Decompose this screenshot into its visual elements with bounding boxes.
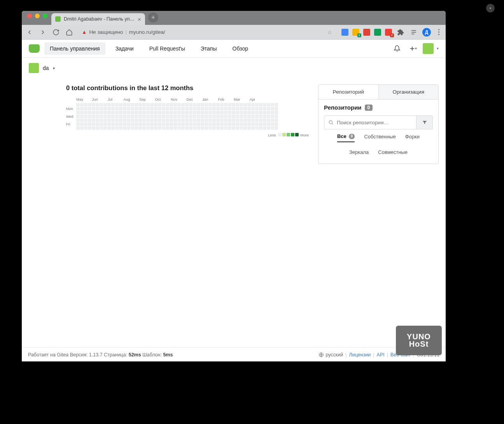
filter-forks[interactable]: Форки	[405, 133, 420, 142]
heatmap-cell	[259, 103, 262, 106]
heatmap-cell	[166, 107, 169, 110]
footer-api-link[interactable]: API	[377, 352, 385, 358]
notifications-bell-icon[interactable]	[392, 45, 402, 52]
panel-title-text: Репозитории	[324, 104, 362, 111]
repo-search-input[interactable]	[337, 120, 412, 126]
heatmap-cell	[80, 103, 84, 106]
home-button[interactable]	[65, 28, 74, 37]
heatmap-cell	[201, 126, 204, 130]
heatmap-cell	[131, 107, 134, 110]
heatmap-cell	[205, 126, 208, 130]
nav-milestones[interactable]: Этапы	[195, 42, 222, 55]
heatmap-cell	[193, 122, 196, 126]
heatmap-cell	[127, 122, 130, 126]
heatmap-cell	[146, 111, 150, 114]
heatmap-cell	[115, 103, 119, 106]
forward-button[interactable]	[38, 28, 47, 37]
heatmap-cell	[224, 115, 228, 118]
heatmap-cell	[92, 115, 95, 118]
language-selector[interactable]: русский	[318, 352, 343, 358]
bookmark-star-icon[interactable]: ☆	[327, 29, 332, 35]
heatmap-cell	[181, 115, 185, 118]
reading-list-icon[interactable]	[409, 28, 418, 37]
heatmap-cell	[96, 107, 99, 110]
gitea-logo-icon[interactable]	[29, 44, 40, 53]
address-bar: ▲ Не защищено | myuno.ru/gitea/ ☆ 1 2 Д	[22, 25, 446, 40]
heatmap-cell	[228, 122, 231, 126]
nav-issues[interactable]: Задачи	[110, 42, 139, 55]
window-maximize[interactable]	[43, 14, 47, 18]
heatmap-cell	[138, 107, 142, 110]
heatmap-cell	[76, 103, 80, 106]
heatmap-cell	[267, 126, 270, 130]
tab-title: Dmitri Agababaev - Панель уп…	[64, 16, 135, 22]
repo-search-box[interactable]	[324, 115, 416, 129]
heatmap-cell	[220, 111, 224, 114]
filter-own[interactable]: Собственные	[364, 133, 396, 142]
heatmap-cell	[115, 107, 119, 110]
heatmap-cell	[138, 111, 142, 114]
heatmap-cell	[193, 111, 196, 114]
heatmap-cell	[236, 111, 239, 114]
heatmap-cell	[216, 107, 220, 110]
heatmap-cell	[267, 107, 270, 110]
filter-mirrors[interactable]: Зеркала	[349, 149, 369, 157]
heatmap-cell	[271, 107, 274, 110]
heatmap-cell	[142, 122, 146, 126]
heatmap-cell	[247, 126, 251, 130]
heatmap-cell	[185, 111, 189, 114]
heatmap-cell	[185, 122, 189, 126]
filter-collab[interactable]: Совместные	[378, 149, 408, 157]
tab-organization[interactable]: Организация	[379, 85, 439, 99]
extension-icon[interactable]	[374, 29, 381, 36]
tab-close-icon[interactable]: ×	[138, 16, 141, 23]
heatmap-cell	[162, 119, 165, 122]
heatmap-cell	[173, 103, 177, 106]
heatmap-cell	[170, 122, 173, 126]
heatmap-cell	[224, 103, 228, 106]
heatmap-cell	[127, 107, 130, 110]
window-close[interactable]	[27, 14, 32, 18]
new-tab-button[interactable]: +	[148, 12, 158, 23]
extension-icon[interactable]: 1	[352, 29, 359, 36]
heatmap-cell	[170, 111, 173, 114]
filter-button[interactable]	[416, 115, 433, 129]
heatmap-cell	[197, 126, 200, 130]
context-selector[interactable]: da ▾	[22, 58, 446, 79]
nav-pulls[interactable]: Pull Request'ы	[144, 42, 191, 55]
browser-tab[interactable]: Dmitri Agababaev - Панель уп… ×	[51, 13, 145, 25]
url-field[interactable]: ▲ Не защищено | myuno.ru/gitea/ ☆	[78, 27, 336, 38]
heatmap-cell	[142, 107, 146, 110]
heatmap-cell	[232, 111, 235, 114]
browser-profile-avatar[interactable]: Д	[422, 28, 431, 37]
window-minimize[interactable]	[35, 14, 40, 18]
nav-explore[interactable]: Обзор	[227, 42, 254, 55]
heatmap-cell	[201, 115, 204, 118]
back-button[interactable]	[25, 28, 34, 37]
filter-all[interactable]: Все 0	[337, 133, 355, 142]
browser-menu-icon[interactable]	[435, 29, 443, 35]
security-label: Не защищено	[89, 29, 123, 35]
heatmap-cell	[197, 107, 200, 110]
tab-repository[interactable]: Репозиторий	[318, 85, 379, 99]
extensions-puzzle-icon[interactable]	[396, 28, 405, 37]
create-menu[interactable]: ▾	[407, 45, 418, 52]
context-caret-icon: ▾	[53, 66, 55, 70]
heatmap-cell	[92, 122, 95, 126]
user-avatar[interactable]	[423, 43, 434, 54]
heatmap-cell	[142, 103, 146, 106]
browser-profile-dropdown[interactable]	[486, 4, 495, 12]
gmail-extension-icon[interactable]: 2	[385, 29, 392, 36]
reload-button[interactable]	[51, 28, 61, 37]
heatmap-cell	[263, 122, 266, 126]
heatmap-cell	[205, 103, 208, 106]
heatmap-cell	[271, 115, 274, 118]
extension-icon[interactable]	[363, 29, 370, 36]
extension-icon[interactable]	[341, 29, 348, 36]
user-menu-caret-icon[interactable]: ▾	[437, 46, 439, 51]
nav-dashboard[interactable]: Панель управления	[44, 42, 105, 55]
footer-licenses-link[interactable]: Лицензии	[349, 352, 371, 358]
heatmap-cell	[263, 126, 266, 130]
yunohost-overlay[interactable]: YUNO HoSt	[396, 326, 442, 355]
heatmap-cell	[247, 119, 251, 122]
